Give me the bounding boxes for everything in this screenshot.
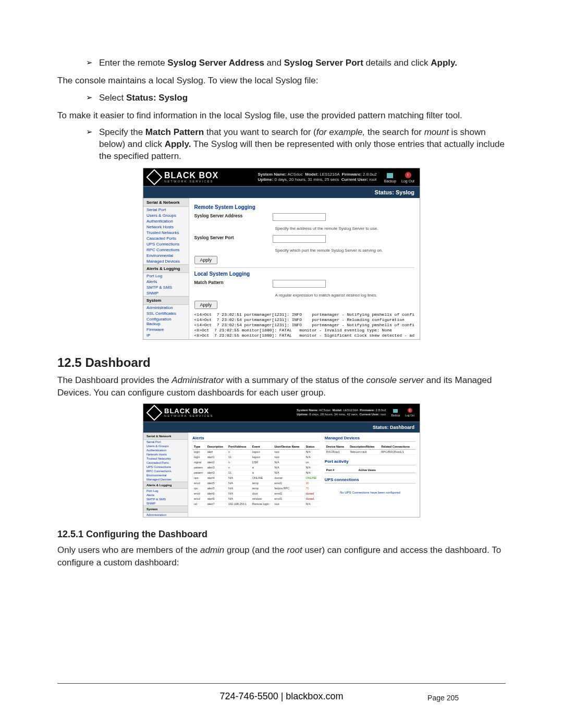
logo-subtext: NETWORK SERVICES — [164, 414, 214, 417]
sidebar-item[interactable]: Configuration Backup — [143, 316, 189, 327]
side-group-system: System — [143, 505, 188, 513]
cell: Remote login — [251, 501, 273, 507]
cell: N/A — [304, 501, 319, 507]
paragraph: The Dashboard provides the Administrator… — [57, 374, 506, 399]
sidebar-item[interactable]: RPC Connections — [143, 469, 188, 473]
sidebar-item[interactable]: Managed Devices — [143, 477, 188, 482]
sidebar-item[interactable]: Port Log — [143, 489, 188, 493]
section-remote-logging: Remote System Logging — [194, 204, 414, 210]
alert-row: patternalert3naN/AN/A — [192, 465, 320, 470]
logo-text: BLACK BOX — [164, 408, 214, 414]
cell: 30 — [304, 480, 319, 486]
sidebar-item[interactable]: SNMP — [143, 501, 188, 505]
paragraph: Only users who are members of the admin … — [57, 544, 506, 569]
panel-alerts: Alerts — [192, 436, 320, 442]
cell: envd1 — [273, 480, 304, 486]
label-syslog-address: Syslog Server Address — [194, 213, 273, 218]
sidebar-item[interactable]: UPS Connections — [143, 241, 189, 247]
sidebar-item[interactable]: Alerts — [143, 279, 189, 285]
sidebar-item[interactable]: Port Log — [143, 273, 189, 279]
sidebar-item[interactable]: Trusted Networks — [143, 230, 189, 236]
sidebar-item[interactable]: Cascaded Ports — [143, 461, 188, 465]
cell: a — [251, 470, 273, 475]
cell: root — [273, 454, 304, 460]
sidebar-item[interactable]: RPC Connections — [143, 247, 189, 253]
logout-icon: ! — [408, 408, 412, 413]
syslog-output: <14>Oct 7 23:02:51 portmanager[1231]: IN… — [194, 312, 414, 338]
cell: fedora RPC — [273, 486, 304, 491]
sidebar-item[interactable]: Alerts — [143, 493, 188, 497]
bullet-match-pattern: ➢ Specify the Match Pattern that you wan… — [86, 127, 506, 163]
sidebar-item[interactable]: Environmental — [143, 473, 188, 477]
sidebar-item[interactable]: SSL Certificates — [143, 311, 189, 316]
cell: ups — [192, 475, 206, 480]
backup-button[interactable]: Backup — [384, 173, 396, 183]
sidebar-item[interactable]: Users & Groups — [143, 213, 189, 218]
sidebar-item[interactable]: Users & Groups — [143, 444, 188, 448]
side-group-alerts: Alerts & Logging — [143, 482, 188, 489]
sidebar-item[interactable]: Firmware — [143, 327, 189, 332]
sidebar-item[interactable]: Serial Port — [143, 207, 189, 213]
system-info: System Name: ACSdoc Model: LES1216A Firm… — [297, 409, 386, 417]
sidebar-item[interactable]: Network Hosts — [143, 452, 188, 456]
sidebar-item[interactable]: SMTP & SMS — [143, 285, 189, 290]
cell: closed — [304, 491, 319, 496]
backup-icon — [387, 173, 393, 178]
alert-row: patternalert311aN/AN/A — [192, 470, 320, 475]
sidebar-item[interactable]: SNMP — [143, 290, 189, 296]
cell: login — [192, 454, 206, 460]
cell: alert6 — [206, 491, 227, 496]
sidebar-item[interactable]: Authentication — [143, 218, 189, 224]
sidebar-item[interactable]: Network Hosts — [143, 224, 189, 230]
sidebar-item[interactable]: SMTP & SMS — [143, 497, 188, 501]
cell: logout — [251, 449, 273, 454]
sidebar-item[interactable]: UPS Connections — [143, 465, 188, 469]
logout-button[interactable]: ! Log Out — [401, 172, 414, 183]
sidebar-item[interactable]: Authentication — [143, 448, 188, 452]
sidebar-item[interactable]: Cascaded Ports — [143, 236, 189, 241]
alerts-table: TypeDescriptionPort/AddressEventUser/Dev… — [192, 444, 320, 507]
cell: N/A — [227, 480, 251, 486]
cell: N/A — [304, 449, 319, 454]
cell: envd1 — [273, 496, 304, 501]
backup-button[interactable]: Backup — [391, 409, 400, 417]
sidebar-item[interactable]: IP — [143, 332, 189, 338]
sidebar-item[interactable]: Administration — [143, 513, 188, 517]
sidebar-item[interactable]: Trusted Networks — [143, 456, 188, 461]
panel-port-activity: Port activity — [325, 459, 415, 465]
cell: pattern — [192, 470, 206, 475]
cell: DSR — [251, 460, 273, 465]
alert-row: upsalert4N/AONLINEdumarONLINE — [192, 475, 320, 480]
input-syslog-port[interactable] — [273, 235, 326, 243]
cell: alert — [206, 449, 227, 454]
cell: alert3 — [206, 465, 227, 470]
app-header: BLACK BOX NETWORK SERVICES System Name: … — [143, 404, 420, 422]
sidebar-item[interactable]: Environmental — [143, 253, 189, 258]
side-group-serial: Serial & Network — [143, 198, 189, 207]
cell: root — [273, 449, 304, 454]
page-number: Page 205 — [427, 694, 459, 702]
apply-button[interactable]: Apply — [194, 301, 218, 309]
sidebar-item[interactable]: Managed Devices — [143, 258, 189, 264]
cell: door — [251, 491, 273, 496]
sidebar-item[interactable]: Serial Port — [143, 440, 188, 444]
col-header: Event — [251, 444, 273, 450]
col-header: Related Connections — [380, 444, 415, 450]
footer-text: 724-746-5500 | blackbox.com — [0, 691, 563, 702]
cell: dumar — [273, 475, 304, 480]
page-title-bar: Status: Syslog — [143, 186, 420, 198]
cell: RACRow1 — [325, 449, 349, 454]
cell: N/A — [273, 460, 304, 465]
sidebar-item[interactable]: Administration — [143, 305, 189, 311]
logout-button[interactable]: ! Log Out — [405, 408, 414, 417]
input-syslog-address[interactable] — [273, 213, 326, 221]
bullet-syslog-apply: ➢ Enter the remote Syslog Server Address… — [86, 57, 506, 69]
cell: login — [192, 449, 206, 454]
cell: pattern — [192, 465, 206, 470]
input-match-pattern[interactable] — [273, 280, 326, 288]
heading-dashboard: 12.5 Dashboard — [57, 355, 506, 370]
bullet-marker: ➢ — [86, 92, 93, 103]
apply-button[interactable]: Apply — [194, 256, 218, 264]
alert-row: loginalert111logoutrootN/A — [192, 454, 320, 460]
bullet-select-status: ➢ Select Status: Syslog — [86, 92, 506, 104]
